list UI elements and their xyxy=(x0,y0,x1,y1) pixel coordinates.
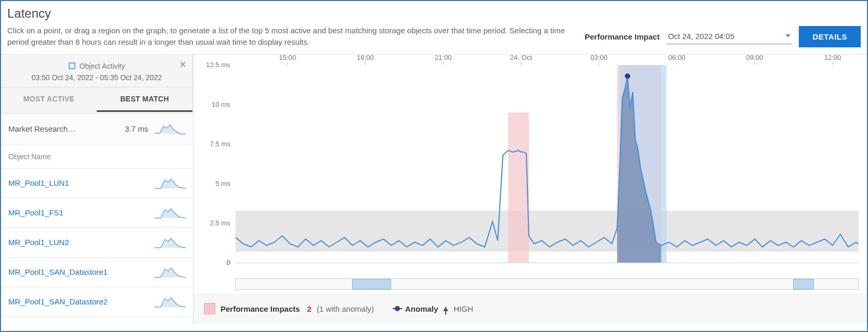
timestamp-value: Oct 24, 2022 04:05 xyxy=(668,32,734,41)
anomaly-label: Anomaly xyxy=(405,304,438,313)
sparkline xyxy=(154,235,186,250)
svg-text:09:00: 09:00 xyxy=(746,55,763,61)
tab-best-match[interactable]: BEST MATCH xyxy=(97,87,192,112)
scrub-segment[interactable] xyxy=(352,279,391,289)
summary-row[interactable]: Market Research… 3.7 ms xyxy=(1,113,193,145)
sparkline xyxy=(154,295,186,309)
svg-text:5 ms: 5 ms xyxy=(215,180,230,187)
arrow-up-icon xyxy=(443,307,448,311)
chevron-down-icon xyxy=(785,34,791,37)
anomaly-level: HIGH xyxy=(454,304,473,313)
latency-panel: Latency Click on a point, or drag a regi… xyxy=(1,1,867,325)
performance-impact-label: Performance Impact xyxy=(585,32,659,41)
svg-text:0: 0 xyxy=(227,259,230,266)
svg-rect-1 xyxy=(508,112,529,263)
chart-legend-bar: Performance Impacts 2 (1 with anomaly) A… xyxy=(193,294,867,323)
list-item[interactable]: MR_Pool1_LUN1 xyxy=(1,169,193,198)
legend-performance-impacts: Performance Impacts 2 (1 with anomaly) xyxy=(204,303,374,314)
time-range-text: 03:50 Oct 24, 2022 - 05:35 Oct 24, 2022 xyxy=(1,70,192,87)
sidebar-tabs: MOST ACTIVE BEST MATCH xyxy=(1,87,192,112)
summary-sparkline xyxy=(154,122,186,136)
timestamp-dropdown[interactable]: Oct 24, 2022 04:05 xyxy=(667,30,792,44)
svg-text:06:00: 06:00 xyxy=(668,55,685,61)
svg-text:12.5 ms: 12.5 ms xyxy=(206,61,230,69)
object-link[interactable]: MR_Pool1_LUN2 xyxy=(8,238,154,247)
object-name-header: Object Name xyxy=(1,145,193,169)
sparkline xyxy=(154,176,186,190)
list-item[interactable]: MR_Pool1_SAN_Datastore1 xyxy=(1,258,193,287)
page-title: Latency xyxy=(1,1,867,25)
list-item[interactable]: MR_Pool1_FS1 xyxy=(1,198,193,228)
svg-text:03:00: 03:00 xyxy=(590,55,607,61)
object-link[interactable]: MR_Pool1_SAN_Datastore2 xyxy=(8,297,154,306)
object-link[interactable]: MR_Pool1_LUN1 xyxy=(8,178,154,187)
list-item[interactable]: MR_Pool1_SAN_Datastore2 xyxy=(1,287,193,317)
performance-impact-swatch xyxy=(204,303,215,314)
time-scrub-bar[interactable] xyxy=(235,278,859,290)
object-activity-row: Object Activity xyxy=(1,62,192,70)
sidebar-header: × Object Activity 03:50 Oct 24, 2022 - 0… xyxy=(1,55,193,113)
svg-text:10 ms: 10 ms xyxy=(212,100,230,108)
object-activity-label: Object Activity xyxy=(80,62,125,70)
svg-text:24. Oct: 24. Oct xyxy=(510,55,533,61)
description-text: Click on a point, or drag a region on th… xyxy=(7,25,574,48)
svg-text:7.5 ms: 7.5 ms xyxy=(210,140,230,148)
object-list: MR_Pool1_LUN1MR_Pool1_FS1MR_Pool1_LUN2MR… xyxy=(1,169,193,317)
object-link[interactable]: MR_Pool1_SAN_Datastore1 xyxy=(8,267,154,276)
latency-chart[interactable]: 0 2.5 ms5 ms7.5 ms10 ms12.5 ms015:0018:0… xyxy=(193,55,867,278)
svg-text:18:00: 18:00 xyxy=(357,55,374,61)
performance-impacts-sub: (1 with anomaly) xyxy=(317,304,374,313)
legend-anomaly: Anomaly HIGH xyxy=(395,304,473,313)
object-activity-swatch xyxy=(69,62,75,69)
tab-most-active[interactable]: MOST ACTIVE xyxy=(1,87,97,112)
sparkline xyxy=(154,206,186,220)
summary-value: 3.7 ms xyxy=(118,124,154,133)
details-button[interactable]: DETAILS xyxy=(799,26,861,47)
performance-impact-group: Performance Impact Oct 24, 2022 04:05 DE… xyxy=(585,26,861,47)
svg-text:2.5 ms: 2.5 ms xyxy=(210,219,230,227)
svg-text:12:00: 12:00 xyxy=(824,55,841,61)
svg-text:15:00: 15:00 xyxy=(279,55,296,61)
svg-point-27 xyxy=(625,73,630,79)
anomaly-dot-icon xyxy=(395,306,400,311)
svg-text:21:00: 21:00 xyxy=(435,55,452,61)
performance-impacts-count: 2 xyxy=(307,304,312,313)
object-link[interactable]: MR_Pool1_FS1 xyxy=(8,208,154,217)
chart-area: 0 2.5 ms5 ms7.5 ms10 ms12.5 ms015:0018:0… xyxy=(193,55,867,325)
scrub-segment[interactable] xyxy=(793,279,814,289)
close-icon[interactable]: × xyxy=(179,58,186,71)
svg-rect-0 xyxy=(236,210,859,251)
sparkline xyxy=(154,265,186,279)
object-sidebar: × Object Activity 03:50 Oct 24, 2022 - 0… xyxy=(1,55,193,325)
header-row: Click on a point, or drag a region on th… xyxy=(1,25,867,55)
list-item[interactable]: MR_Pool1_LUN2 xyxy=(1,228,193,258)
body-row: × Object Activity 03:50 Oct 24, 2022 - 0… xyxy=(1,55,867,325)
performance-impacts-label: Performance Impacts xyxy=(221,304,300,313)
summary-name: Market Research… xyxy=(8,124,118,133)
